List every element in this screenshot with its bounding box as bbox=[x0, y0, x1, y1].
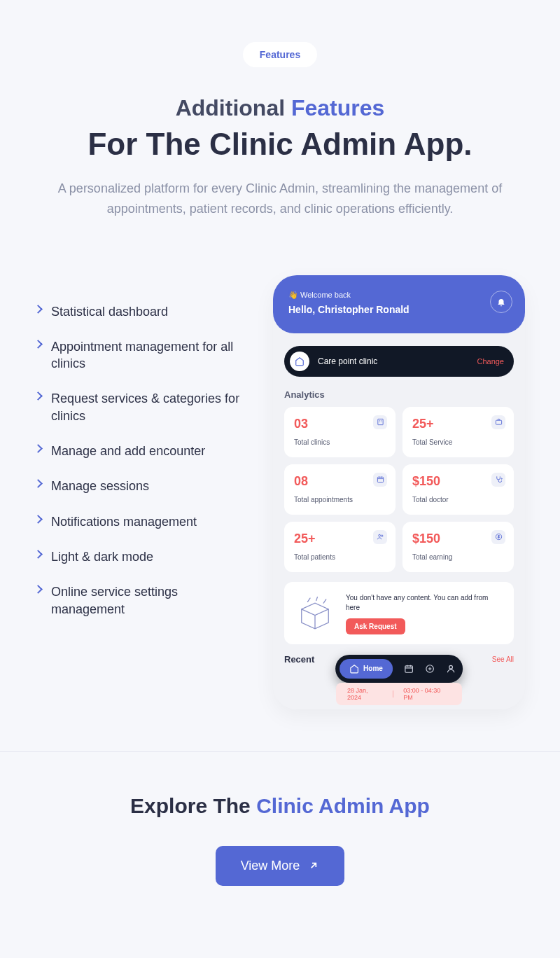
stat-value: $150 bbox=[412, 474, 504, 489]
empty-box-icon bbox=[295, 597, 335, 630]
svg-rect-1 bbox=[496, 420, 501, 424]
chevron-right-icon bbox=[34, 340, 43, 349]
hero-section: Features Additional Features For The Cli… bbox=[0, 0, 560, 247]
stat-label: Total Service bbox=[412, 438, 504, 446]
see-all-link[interactable]: See All bbox=[492, 655, 514, 663]
svg-rect-2 bbox=[377, 477, 383, 482]
appointment-date: 28 Jan, 2024 bbox=[347, 687, 383, 701]
stat-value: 03 bbox=[294, 417, 386, 431]
stat-card-earning[interactable]: $150 Total earning bbox=[402, 522, 514, 572]
chevron-right-icon bbox=[34, 550, 43, 559]
welcome-text: Welcome back bbox=[300, 291, 351, 299]
stat-label: Total appointments bbox=[294, 496, 386, 504]
feature-item-label: Manage sessions bbox=[51, 478, 149, 494]
svg-point-5 bbox=[381, 535, 382, 536]
svg-point-3 bbox=[500, 478, 501, 479]
recent-label: Recent bbox=[284, 654, 314, 665]
welcome-back-label: 👋 Welcome back bbox=[288, 291, 510, 300]
phone-mockup: 👋 Welcome back Hello, Christopher Ronald… bbox=[273, 275, 525, 709]
chevron-right-icon bbox=[34, 515, 43, 524]
feature-item: Request services & categories for clinic… bbox=[35, 390, 252, 424]
arrow-up-right-icon bbox=[308, 860, 319, 871]
explore-pre: Explore The bbox=[130, 794, 256, 817]
svg-point-9 bbox=[449, 665, 453, 669]
clinic-name: Care point clinic bbox=[318, 356, 477, 366]
chevron-right-icon bbox=[34, 585, 43, 594]
stat-card-doctor[interactable]: $150 Total doctor bbox=[402, 464, 514, 515]
headline-small-accent: Features bbox=[291, 95, 384, 120]
feature-item-label: Manage and add encounter bbox=[51, 443, 205, 459]
chevron-right-icon bbox=[34, 480, 43, 489]
feature-item: Statistical dashboard bbox=[35, 303, 252, 320]
wave-icon: 👋 bbox=[288, 291, 300, 299]
feature-item-label: Statistical dashboard bbox=[51, 303, 168, 320]
analytics-grid: 03 Total clinics 25+ Total Service 08 To… bbox=[284, 407, 514, 572]
feature-item: Appointment management for all clinics bbox=[35, 338, 252, 373]
feature-item: Online service settings management bbox=[35, 583, 252, 618]
bottom-nav: Home bbox=[335, 655, 463, 683]
feature-item-label: Light & dark mode bbox=[51, 548, 153, 565]
appointment-time: 03:00 - 04:30 PM bbox=[403, 687, 451, 701]
headline-small: Additional Features bbox=[28, 95, 532, 121]
clinic-icon bbox=[290, 352, 309, 371]
explore-section: Explore The Clinic Admin App View More bbox=[0, 751, 560, 942]
chevron-right-icon bbox=[34, 392, 43, 401]
analytics-label: Analytics bbox=[284, 389, 514, 400]
stat-value: $150 bbox=[412, 532, 504, 546]
change-clinic-link[interactable]: Change bbox=[477, 357, 504, 366]
svg-point-4 bbox=[378, 534, 380, 536]
headline-large: For The Clinic Admin App. bbox=[28, 127, 532, 162]
feature-item-label: Appointment management for all clinics bbox=[51, 338, 252, 373]
subheadline: A personalized platform for every Clinic… bbox=[56, 179, 504, 219]
stat-label: Total earning bbox=[412, 553, 504, 561]
chevron-right-icon bbox=[34, 444, 43, 453]
nav-profile-icon[interactable] bbox=[446, 664, 456, 674]
ask-request-button[interactable]: Ask Request bbox=[346, 618, 405, 634]
svg-rect-0 bbox=[377, 419, 382, 424]
stat-value: 08 bbox=[294, 474, 386, 489]
stat-value: 25+ bbox=[294, 532, 386, 546]
explore-accent: Clinic Admin App bbox=[256, 794, 430, 817]
nav-home[interactable]: Home bbox=[340, 659, 393, 679]
stat-card-appointments[interactable]: 08 Total appointments bbox=[284, 464, 396, 515]
stat-card-clinics[interactable]: 03 Total clinics bbox=[284, 407, 396, 457]
content-row: Statistical dashboard Appointment manage… bbox=[0, 247, 560, 751]
empty-state-card: You don't have any content. You can add … bbox=[284, 582, 514, 644]
empty-state-text: You don't have any content. You can add … bbox=[346, 593, 503, 613]
feature-item: Manage and add encounter bbox=[35, 443, 252, 459]
stat-card-patients[interactable]: 25+ Total patients bbox=[284, 522, 396, 572]
headline-small-pre: Additional bbox=[176, 95, 291, 120]
notification-bell-button[interactable] bbox=[490, 291, 512, 313]
feature-item-label: Request services & categories for clinic… bbox=[51, 390, 252, 424]
view-more-label: View More bbox=[241, 859, 300, 873]
stat-value: 25+ bbox=[412, 417, 504, 431]
building-icon bbox=[373, 415, 387, 429]
dollar-icon bbox=[491, 530, 505, 544]
stat-label: Total clinics bbox=[294, 438, 386, 446]
view-more-button[interactable]: View More bbox=[216, 846, 345, 886]
explore-headline: Explore The Clinic Admin App bbox=[14, 794, 546, 818]
home-icon bbox=[349, 664, 359, 674]
hello-user: Hello, Christopher Ronald bbox=[288, 304, 510, 315]
stat-card-service[interactable]: 25+ Total Service bbox=[402, 407, 514, 457]
nav-calendar-icon[interactable] bbox=[404, 664, 414, 674]
chevron-right-icon bbox=[34, 305, 43, 314]
nav-add-icon[interactable] bbox=[425, 664, 435, 674]
calendar-icon bbox=[373, 473, 387, 487]
feature-item-label: Notifications management bbox=[51, 513, 197, 530]
current-clinic-bar[interactable]: Care point clinic Change bbox=[284, 346, 514, 377]
stethoscope-icon bbox=[491, 473, 505, 487]
feature-item: Manage sessions bbox=[35, 478, 252, 494]
nav-home-label: Home bbox=[363, 665, 383, 672]
feature-list: Statistical dashboard Appointment manage… bbox=[35, 303, 252, 636]
stat-label: Total patients bbox=[294, 553, 386, 561]
feature-item: Notifications management bbox=[35, 513, 252, 530]
feature-item-label: Online service settings management bbox=[51, 583, 252, 618]
feature-item: Light & dark mode bbox=[35, 548, 252, 565]
svg-rect-7 bbox=[405, 666, 413, 672]
users-icon bbox=[373, 530, 387, 544]
bell-icon bbox=[496, 297, 506, 307]
phone-header: 👋 Welcome back Hello, Christopher Ronald bbox=[273, 275, 525, 333]
stat-label: Total doctor bbox=[412, 496, 504, 504]
chip-divider bbox=[393, 690, 393, 697]
